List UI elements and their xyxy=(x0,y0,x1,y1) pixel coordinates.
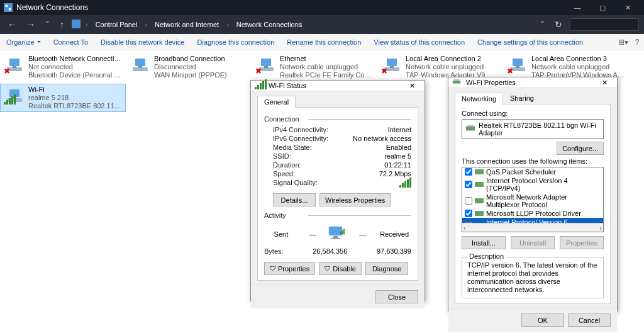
svg-rect-8 xyxy=(135,59,145,66)
adapter-icon xyxy=(452,77,462,87)
svg-rect-5 xyxy=(9,59,19,66)
tab-sharing[interactable]: Sharing xyxy=(503,92,541,104)
details-button[interactable]: Details... xyxy=(273,193,316,206)
install-button[interactable]: Install... xyxy=(462,236,506,249)
media-value: Enabled xyxy=(386,144,411,151)
signal-value xyxy=(399,179,411,189)
description-legend: Description xyxy=(467,252,506,260)
dialog-titlebar[interactable]: Wi-Fi Properties ✕ xyxy=(448,77,617,88)
connection-status: Not connected xyxy=(28,63,121,71)
activity-group: Activity xyxy=(264,212,411,219)
protocol-item[interactable]: QoS Packet Scheduler xyxy=(462,167,603,176)
svg-rect-17 xyxy=(513,59,523,66)
sent-label: Sent xyxy=(264,230,298,238)
search-input[interactable] xyxy=(570,18,639,31)
uninstall-button[interactable]: Uninstall xyxy=(511,236,555,249)
item-checkbox[interactable] xyxy=(465,168,472,176)
svg-rect-9 xyxy=(138,66,142,68)
svg-rect-15 xyxy=(390,66,394,68)
connection-group: Connection xyxy=(264,115,411,123)
maximize-button[interactable]: ▢ xyxy=(590,4,615,12)
connection-status: Network cable unplugged xyxy=(280,63,373,71)
rename-button[interactable]: Rename this connection xyxy=(280,34,367,50)
connection-icon: ✖ xyxy=(382,55,402,75)
connection-device: Bluetooth Device (Personal Area ... xyxy=(28,71,121,79)
dropdown-button[interactable]: ˅ xyxy=(538,20,547,30)
dialog-title: Wi-Fi Status xyxy=(269,82,403,89)
connection-name: Broadband Connection xyxy=(154,55,227,63)
close-button[interactable]: Close xyxy=(375,290,418,303)
svg-rect-30 xyxy=(466,127,475,131)
recent-button[interactable]: ˅ xyxy=(43,20,52,30)
window-titlebar: Network Connections — ▢ ✕ xyxy=(0,0,644,15)
protocol-item[interactable]: Microsoft Network Adapter Multiplexor Pr… xyxy=(462,193,603,209)
item-checkbox[interactable] xyxy=(465,210,472,217)
connection-item[interactable]: ✖Bluetooth Network ConnectionNot connect… xyxy=(0,53,126,81)
forward-button[interactable]: → xyxy=(24,20,38,30)
protocol-item[interactable]: Internet Protocol Version 4 (TCP/IPv4) xyxy=(462,176,603,193)
protocol-item[interactable]: Microsoft LLDP Protocol Driver xyxy=(462,209,603,218)
svg-rect-23 xyxy=(333,236,338,238)
connection-status: realme 5 218 xyxy=(28,94,121,102)
close-button[interactable]: ✕ xyxy=(615,4,640,12)
breadcrumb-network-internet[interactable]: Network and Internet xyxy=(152,21,221,28)
disable-button[interactable]: Disable xyxy=(319,262,362,275)
help-icon[interactable]: ? xyxy=(630,38,644,47)
change-settings-button[interactable]: Change settings of this connection xyxy=(471,34,589,50)
diagnose-button[interactable]: Diagnose xyxy=(365,262,408,275)
connection-name: Wi-Fi xyxy=(28,86,121,94)
close-icon[interactable]: ✕ xyxy=(403,82,421,90)
svg-rect-29 xyxy=(454,79,460,81)
breadcrumb-network-connections[interactable]: Network Connections xyxy=(234,21,305,28)
tab-general[interactable]: General xyxy=(257,96,296,108)
wireless-properties-button[interactable]: Wireless Properties xyxy=(319,193,391,206)
organize-menu[interactable]: Organize xyxy=(0,34,47,50)
item-label: Internet Protocol Version 4 (TCP/IPv4) xyxy=(486,177,601,192)
tab-networking[interactable]: Networking xyxy=(455,93,503,104)
configure-button[interactable]: Configure... xyxy=(557,142,604,155)
minimize-button[interactable]: — xyxy=(565,4,590,11)
item-label: QoS Packet Scheduler xyxy=(486,168,556,176)
command-toolbar: Organize Connect To Disable this network… xyxy=(0,34,644,50)
adapter-field: Realtek RTL8723BE 802.11 bgn Wi-Fi Adapt… xyxy=(462,119,604,139)
connect-to-button[interactable]: Connect To xyxy=(47,34,94,50)
connection-icon xyxy=(130,55,150,75)
close-icon[interactable]: ✕ xyxy=(596,79,613,87)
svg-rect-6 xyxy=(13,66,16,68)
tab-bar: Networking Sharing xyxy=(455,92,611,104)
properties-button[interactable]: Properties xyxy=(264,262,315,275)
connection-status: Disconnected xyxy=(154,63,227,71)
monitor-icon xyxy=(328,225,348,243)
dialog-titlebar[interactable]: Wi-Fi Status ✕ xyxy=(251,81,425,91)
svg-rect-18 xyxy=(516,66,519,68)
svg-rect-2 xyxy=(9,8,11,11)
item-checkbox[interactable] xyxy=(465,181,472,188)
disable-device-button[interactable]: Disable this network device xyxy=(94,34,191,50)
breadcrumb-control-panel[interactable]: Control Panel xyxy=(93,21,140,28)
ok-button[interactable]: OK xyxy=(521,313,564,327)
view-status-button[interactable]: View status of this connection xyxy=(367,34,471,50)
diagnose-button[interactable]: Diagnose this connection xyxy=(191,34,280,50)
connection-icon xyxy=(4,86,25,106)
horizontal-scrollbar[interactable]: ‹› xyxy=(462,223,603,232)
general-panel: Connection IPv4 Connectivity:Internet IP… xyxy=(257,108,418,281)
protocol-icon xyxy=(475,181,484,188)
svg-rect-27 xyxy=(343,229,345,234)
connection-name: Local Area Connection 2 xyxy=(406,55,485,63)
item-checkbox[interactable] xyxy=(465,197,472,205)
connection-item[interactable]: Wi-Firealme 5 218Realtek RTL8723BE 802.1… xyxy=(0,84,126,112)
back-button[interactable]: ← xyxy=(5,20,19,30)
item-properties-button[interactable]: Properties xyxy=(560,236,604,249)
connection-name: Local Area Connection 3 xyxy=(531,55,625,63)
view-icon[interactable]: ⊞▾ xyxy=(616,38,630,47)
refresh-button[interactable]: ↻ xyxy=(552,20,565,30)
connection-item[interactable]: ✖EthernetNetwork cable unpluggedRealtek … xyxy=(252,53,377,81)
connection-name: Ethernet xyxy=(280,55,373,63)
signal-label: Signal Quality: xyxy=(273,179,318,189)
ipv6-label: IPv6 Connectivity: xyxy=(273,135,328,142)
cancel-button[interactable]: Cancel xyxy=(568,313,611,327)
up-button[interactable]: ↑ xyxy=(57,20,67,30)
svg-rect-35 xyxy=(475,211,484,216)
connection-item[interactable]: Broadband ConnectionDisconnectedWAN Mini… xyxy=(126,53,252,81)
items-list[interactable]: QoS Packet SchedulerInternet Protocol Ve… xyxy=(462,167,604,232)
